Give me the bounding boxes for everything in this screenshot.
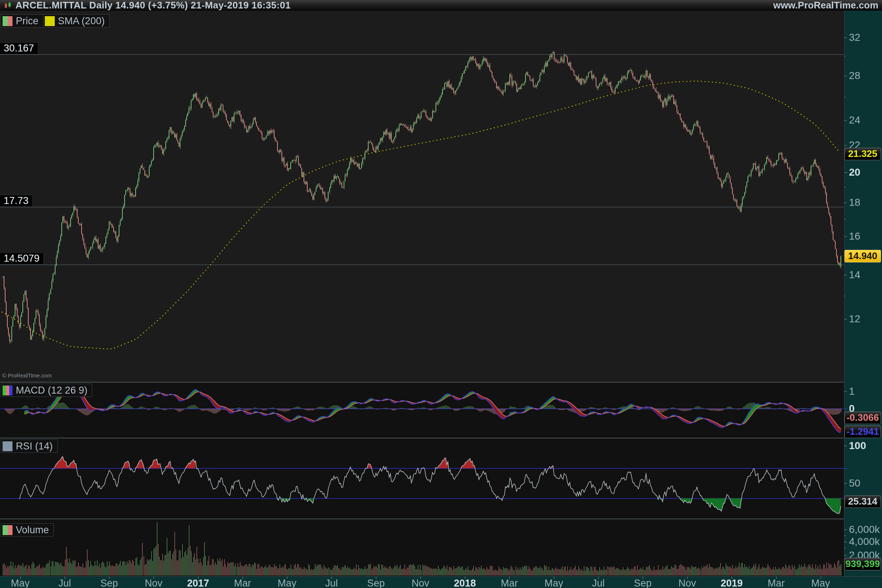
- x-axis-label-3-Nov: Nov: [145, 578, 162, 588]
- sma-legend[interactable]: SMA (200): [43, 14, 110, 28]
- volume-value-badge: 939,399: [844, 558, 881, 570]
- rsi-value-badge: 25.314: [844, 495, 881, 508]
- price-axis-label-24: 24: [849, 114, 860, 126]
- price-axis-label-28: 28: [849, 69, 860, 82]
- sma-legend-label: SMA (200): [58, 15, 105, 27]
- watermark: © ProRealTime.com: [2, 372, 52, 378]
- price-axis-label-12: 12: [849, 313, 860, 325]
- sma-swatch-icon: [45, 16, 55, 26]
- website-link[interactable]: www.ProRealTime.com: [773, 0, 878, 11]
- x-axis-label-0-May: May: [10, 578, 29, 588]
- sma-value-badge: 21.325: [844, 148, 881, 160]
- price-level-label-1[interactable]: 17.73: [0, 195, 33, 207]
- price-axis-label-32: 32: [849, 31, 860, 44]
- macd-swatch-icon: [3, 386, 12, 395]
- price-level-label-2[interactable]: 14.5079: [0, 252, 44, 265]
- volume-swatch-icon: [3, 525, 12, 535]
- x-axis-label-14-Sep: Sep: [634, 578, 652, 588]
- header-bar: ARCEL.MITTAL Daily 14.940 (+3.75%) 21-Ma…: [0, 0, 882, 10]
- macd-legend[interactable]: MACD (12 26 9): [1, 384, 92, 397]
- macd-line-badge: -1.2941: [844, 426, 881, 438]
- x-axis-label-4-2017: 2017: [187, 578, 209, 588]
- chart-title: ARCEL.MITTAL Daily 14.940 (+3.75%) 21-Ma…: [15, 0, 291, 11]
- x-axis-label-18-May: May: [811, 578, 830, 588]
- rsi-legend-label: RSI (14): [16, 441, 53, 452]
- price-axis-label-18: 18: [849, 196, 860, 209]
- x-axis-label-16-2019: 2019: [721, 578, 743, 588]
- macd-legend-label: MACD (12 26 9): [16, 385, 87, 396]
- price-legend[interactable]: Price: [1, 14, 44, 28]
- price-axis-label-16: 16: [849, 230, 860, 243]
- x-axis-label-9-Nov: Nov: [412, 578, 429, 588]
- x-axis-label-12-May: May: [544, 578, 563, 588]
- volume-axis-label-1: 4,000k: [849, 536, 880, 548]
- chart-window: ARCEL.MITTAL Daily 14.940 (+3.75%) 21-Ma…: [0, 0, 882, 588]
- x-axis-label-5-Mar: Mar: [234, 578, 251, 588]
- rsi-axis-label-50: 50: [849, 477, 860, 489]
- x-axis-label-8-Sep: Sep: [367, 578, 385, 588]
- volume-legend[interactable]: Volume: [1, 524, 54, 537]
- volume-legend-label: Volume: [16, 524, 49, 536]
- macd-axis-label-1: 1: [849, 385, 855, 398]
- rsi-legend[interactable]: RSI (14): [1, 440, 58, 453]
- x-axis-label-2-Sep: Sep: [100, 578, 118, 588]
- macd-signal-badge: -0.3066: [844, 412, 881, 424]
- x-axis-label-10-2018: 2018: [454, 578, 476, 588]
- x-axis-label-11-Mar: Mar: [501, 578, 518, 588]
- price-legend-label: Price: [16, 15, 39, 27]
- x-axis-label-17-Mar: Mar: [768, 578, 785, 588]
- rsi-swatch-icon: [3, 441, 12, 451]
- last-price-badge: 14.940: [844, 250, 881, 262]
- x-axis-label-7-Jul: Jul: [325, 578, 338, 588]
- volume-axis-label-0: 6,000k: [849, 524, 880, 536]
- candlestick-logo-icon: [4, 1, 12, 9]
- price-level-label-0[interactable]: 30.167: [0, 42, 38, 54]
- price-swatch-icon: [3, 16, 12, 26]
- price-axis-label-20: 20: [849, 166, 860, 178]
- x-axis-label-15-Nov: Nov: [678, 578, 696, 588]
- price-axis-label-14: 14: [849, 268, 860, 281]
- chart-canvas[interactable]: [0, 0, 882, 588]
- rsi-axis-label-100: 100: [849, 440, 866, 452]
- x-axis-label-13-Jul: Jul: [592, 578, 605, 588]
- x-axis-label-1-Jul: Jul: [58, 578, 71, 588]
- x-axis-label-6-May: May: [278, 578, 296, 588]
